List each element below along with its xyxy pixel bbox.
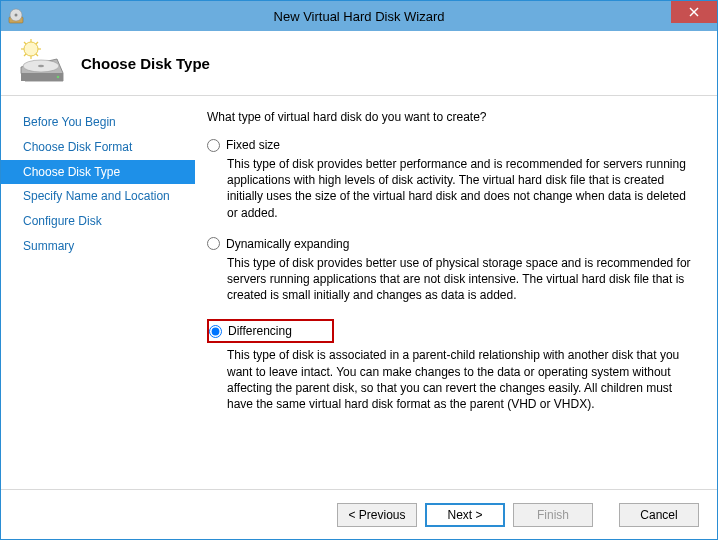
wizard-step-0[interactable]: Before You Begin: [1, 110, 195, 135]
finish-button[interactable]: Finish: [513, 503, 593, 527]
window-title: New Virtual Hard Disk Wizard: [1, 9, 717, 24]
disk-type-option-differencing: DifferencingThis type of disk is associa…: [207, 319, 695, 412]
svg-line-10: [24, 42, 26, 44]
previous-button[interactable]: < Previous: [337, 503, 417, 527]
close-button[interactable]: [671, 1, 717, 23]
radio-fixed[interactable]: [207, 139, 220, 152]
svg-point-2: [15, 14, 18, 17]
radio-differencing[interactable]: [209, 325, 222, 338]
content-area: Before You BeginChoose Disk FormatChoose…: [1, 96, 717, 489]
disk-type-option-dynamic: Dynamically expandingThis type of disk p…: [207, 237, 695, 304]
svg-point-5: [24, 42, 38, 56]
wizard-step-5[interactable]: Summary: [1, 234, 195, 259]
option-label-differencing[interactable]: Differencing: [228, 324, 292, 338]
option-head-dynamic: Dynamically expanding: [207, 237, 695, 251]
option-description-fixed: This type of disk provides better perfor…: [227, 156, 695, 221]
disk-type-option-fixed: Fixed sizeThis type of disk provides bet…: [207, 138, 695, 221]
wizard-header: Choose Disk Type: [1, 31, 717, 96]
wizard-footer: < Previous Next > Finish Cancel: [1, 489, 717, 539]
app-icon: [7, 7, 25, 25]
next-button[interactable]: Next >: [425, 503, 505, 527]
radio-dynamic[interactable]: [207, 237, 220, 250]
main-panel: What type of virtual hard disk do you wa…: [195, 96, 717, 489]
wizard-step-4[interactable]: Configure Disk: [1, 209, 195, 234]
disk-icon: [17, 39, 65, 87]
option-description-dynamic: This type of disk provides better use of…: [227, 255, 695, 304]
titlebar: New Virtual Hard Disk Wizard: [1, 1, 717, 31]
option-head-differencing: Differencing: [207, 319, 334, 343]
wizard-step-1[interactable]: Choose Disk Format: [1, 135, 195, 160]
cancel-button[interactable]: Cancel: [619, 503, 699, 527]
wizard-step-2[interactable]: Choose Disk Type: [1, 160, 195, 185]
option-description-differencing: This type of disk is associated in a par…: [227, 347, 695, 412]
wizard-window: New Virtual Hard Disk Wizard: [0, 0, 718, 540]
svg-line-13: [24, 54, 26, 56]
page-title: Choose Disk Type: [81, 55, 210, 72]
option-head-fixed: Fixed size: [207, 138, 695, 152]
svg-point-16: [57, 76, 60, 79]
svg-line-11: [36, 54, 38, 56]
wizard-steps: Before You BeginChoose Disk FormatChoose…: [1, 96, 195, 489]
prompt-text: What type of virtual hard disk do you wa…: [207, 110, 695, 124]
svg-line-12: [36, 42, 38, 44]
option-label-dynamic[interactable]: Dynamically expanding: [226, 237, 349, 251]
option-label-fixed[interactable]: Fixed size: [226, 138, 280, 152]
wizard-step-3[interactable]: Specify Name and Location: [1, 184, 195, 209]
svg-point-15: [38, 65, 44, 67]
